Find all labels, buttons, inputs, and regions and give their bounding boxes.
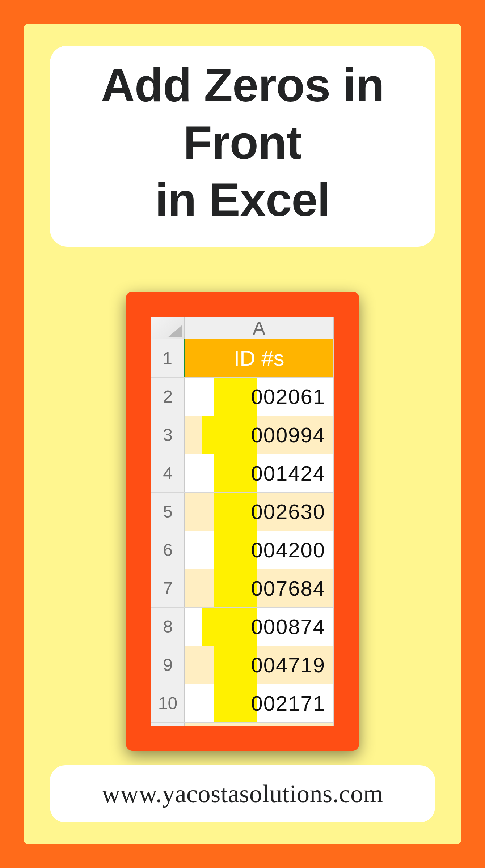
- select-all-triangle-icon: [168, 325, 182, 337]
- page-frame: Add Zeros in Front in Excel A 1 ID #s 2: [24, 24, 461, 844]
- data-cell[interactable]: 000994: [185, 416, 334, 454]
- cell-value: 004719: [251, 653, 325, 677]
- table-row: 11: [151, 723, 334, 726]
- data-cell[interactable]: 001424: [185, 454, 334, 492]
- cell-value: 007684: [251, 576, 325, 600]
- cell-value: 000874: [251, 614, 325, 639]
- title-line-2: Front: [64, 114, 421, 171]
- title-line-1: Add Zeros in: [64, 56, 421, 114]
- cell-value: 002630: [251, 499, 325, 524]
- row-header[interactable]: 5: [151, 493, 185, 531]
- table-row: 8 000874: [151, 608, 334, 646]
- row-header[interactable]: 3: [151, 416, 185, 454]
- title-card: Add Zeros in Front in Excel: [50, 46, 435, 247]
- row-header[interactable]: 7: [151, 569, 185, 607]
- row-header[interactable]: 9: [151, 646, 185, 684]
- table-row: 4 001424: [151, 454, 334, 493]
- cell-value: 002061: [251, 384, 325, 409]
- table-row: 10 002171: [151, 684, 334, 723]
- footer-card: www.yacostasolutions.com: [50, 765, 435, 822]
- data-cell[interactable]: 004719: [185, 646, 334, 684]
- data-cell[interactable]: 004200: [185, 531, 334, 569]
- data-cell[interactable]: 007684: [185, 569, 334, 607]
- table-row: 6 004200: [151, 531, 334, 569]
- data-cell[interactable]: 002061: [185, 378, 334, 416]
- table-row: 1 ID #s: [151, 339, 334, 378]
- data-cell[interactable]: 002630: [185, 493, 334, 531]
- select-all-corner[interactable]: [151, 317, 185, 339]
- table-row: 2 002061: [151, 378, 334, 416]
- data-cell[interactable]: 000874: [185, 608, 334, 646]
- cell-value: 000994: [251, 423, 325, 447]
- svg-marker-0: [168, 325, 182, 337]
- excel-screenshot-frame: A 1 ID #s 2 002061 3: [126, 292, 359, 751]
- data-cell[interactable]: 002171: [185, 684, 334, 722]
- column-data-header[interactable]: ID #s: [185, 339, 334, 377]
- row-header[interactable]: 10: [151, 684, 185, 722]
- footer-url: www.yacostasolutions.com: [102, 779, 383, 808]
- title-line-3: in Excel: [64, 171, 421, 229]
- cell-value: 001424: [251, 461, 325, 485]
- table-row: 7 007684: [151, 569, 334, 608]
- cell-value: 002171: [251, 691, 325, 715]
- column-header-row: A: [151, 317, 334, 339]
- table-row: 3 000994: [151, 416, 334, 454]
- row-header[interactable]: 6: [151, 531, 185, 569]
- spreadsheet: A 1 ID #s 2 002061 3: [151, 317, 334, 726]
- row-header[interactable]: 11: [151, 723, 185, 726]
- column-header-a[interactable]: A: [185, 317, 334, 339]
- row-header[interactable]: 4: [151, 454, 185, 492]
- table-row: 5 002630: [151, 493, 334, 531]
- table-row: 9 004719: [151, 646, 334, 684]
- cell-value: 004200: [251, 538, 325, 562]
- row-header-1[interactable]: 1: [151, 339, 185, 377]
- row-header[interactable]: 2: [151, 378, 185, 416]
- row-header[interactable]: 8: [151, 608, 185, 646]
- data-cell[interactable]: [185, 723, 334, 726]
